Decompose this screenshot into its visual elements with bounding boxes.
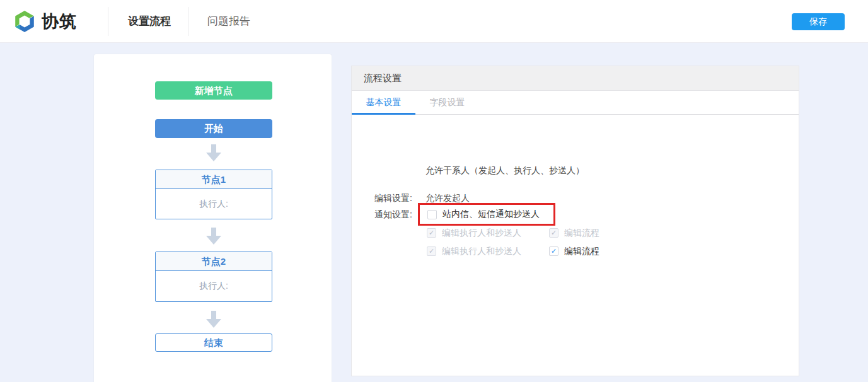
checkbox-notify-cc[interactable]: ✓ (427, 210, 437, 219)
flow-node-2[interactable]: 节点2 执行人: (155, 252, 272, 302)
save-button[interactable]: 保存 (792, 13, 845, 30)
flow-diagram-panel: 新增节点 开始 节点1 执行人: 节点2 执行人: 结束 (93, 54, 332, 382)
flow-node-1[interactable]: 节点1 执行人: (155, 170, 272, 219)
top-header: 协筑 设置流程 问题报告 保存 (0, 0, 868, 43)
add-node-button[interactable]: 新增节点 (155, 81, 272, 100)
header-divider (188, 7, 188, 36)
checkbox-label: 编辑执行人和抄送人 (442, 245, 521, 257)
arrow-down-icon (199, 311, 229, 328)
checkbox-edit-flow-disabled: ✓ (549, 228, 558, 238)
node-executor-label: 执行人: (156, 271, 272, 301)
end-node[interactable]: 结束 (155, 333, 272, 352)
brand-name: 协筑 (42, 10, 77, 33)
checkbox-label: 编辑执行人和抄送人 (442, 227, 521, 238)
node-title: 节点2 (156, 252, 272, 271)
brand[interactable]: 协筑 (13, 9, 77, 34)
tab-basic-settings[interactable]: 基本设置 (352, 91, 415, 115)
red-highlight-box: ✓ 站内信、短信通知抄送人 (418, 203, 555, 226)
node-title: 节点1 (156, 170, 272, 189)
panel-title: 流程设置 (352, 66, 799, 91)
arrow-down-icon (199, 144, 229, 162)
checkbox-label: 编辑流程 (564, 227, 599, 238)
allow-stakeholders-label: 允许干系人（发起人、执行人、抄送人） (425, 165, 584, 176)
header-divider (108, 7, 108, 36)
node-executor-label: 执行人: (156, 189, 272, 219)
brand-logo-icon (13, 9, 37, 34)
checkbox-edit-executors-cc-disabled: ✓ (427, 246, 436, 256)
checkbox-label[interactable]: 编辑流程 (564, 245, 599, 257)
nav-item-issue-report[interactable]: 问题报告 (190, 0, 267, 43)
flow-settings-panel: 流程设置 基本设置 字段设置 编辑设置: 允许发起人 ✓ 编辑执行人和抄送人 ✓… (351, 66, 799, 376)
nav-item-setup-flow[interactable]: 设置流程 (111, 0, 188, 43)
checkbox-label[interactable]: 站内信、短信通知抄送人 (443, 209, 540, 220)
settings-tabs: 基本设置 字段设置 (352, 91, 799, 115)
arrow-down-icon (199, 228, 229, 245)
allow-initiator-label: 允许发起人 (425, 192, 470, 204)
checkbox-edit-flow[interactable]: ✓ (549, 246, 558, 256)
initiator-options-row: ✓ 编辑执行人和抄送人 ✓ 编辑流程 (427, 227, 599, 238)
start-node-button[interactable]: 开始 (155, 119, 272, 138)
checkbox-edit-executors-cc-disabled: ✓ (427, 228, 436, 238)
stakeholder-options-row: ✓ 编辑执行人和抄送人 ✓ 编辑流程 (427, 245, 599, 257)
tab-field-settings[interactable]: 字段设置 (415, 91, 479, 115)
edit-settings-label: 编辑设置: (374, 192, 412, 204)
notify-settings-label: 通知设置: (374, 209, 412, 220)
